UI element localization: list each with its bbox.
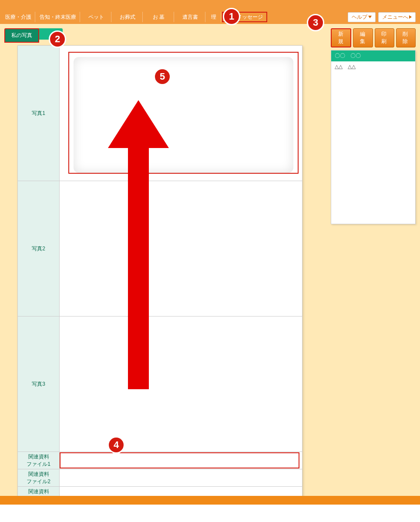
list-item-2[interactable]: △△ △△ [331, 61, 415, 72]
label-file2-a: 関連資料 [28, 471, 49, 478]
content-file2[interactable] [60, 469, 302, 486]
menu-to-label: メニューへ [382, 13, 408, 21]
form-panel: 写真1 写真2 写真3 関連資料 [17, 45, 302, 505]
main-menu-bar: 医療・介護 告知・終末医療 ペット お葬式 お 墓 遺言書 理 私のメッセージ … [0, 10, 420, 24]
delete-button[interactable]: 削除 [396, 28, 416, 47]
list-item-1[interactable]: 〇〇 〇〇 [331, 51, 415, 61]
menu-pet[interactable]: ペット [81, 12, 111, 22]
menu-medical[interactable]: 医療・介護 [2, 12, 35, 22]
menu-partial[interactable]: 理 [206, 12, 221, 22]
edit-button[interactable]: 編集 [353, 28, 373, 47]
row-file2: 関連資料 ファイル2 [18, 469, 302, 487]
content-file1[interactable] [60, 452, 302, 469]
row-photo1: 写真1 [18, 46, 302, 181]
content-area: 私の写真 写真1 写真2 写真3 [0, 24, 420, 505]
content-photo3[interactable] [60, 317, 302, 451]
label-file2-b: ファイル2 [27, 478, 50, 485]
subtab-second[interactable] [37, 28, 63, 40]
list-panel: 〇〇 〇〇 △△ △△ [331, 50, 416, 224]
row-file1: 関連資料 ファイル1 [18, 452, 302, 469]
action-buttons: 新規 編集 印刷 削除 [331, 28, 416, 47]
left-column: 私の写真 写真1 写真2 写真3 [4, 28, 325, 505]
menu-my-message[interactable]: 私のメッセージ [222, 12, 267, 22]
dropzone-highlight [68, 52, 299, 174]
new-button[interactable]: 新規 [331, 28, 351, 47]
subtab-my-photo[interactable]: 私の写真 [4, 28, 39, 43]
subtab-bar: 私の写真 [4, 28, 325, 43]
content-photo2[interactable] [60, 181, 302, 316]
label-photo2: 写真2 [18, 181, 60, 316]
help-button-label: ヘルプ [352, 13, 367, 21]
right-column: 新規 編集 印刷 削除 〇〇 〇〇 △△ △△ [331, 28, 416, 224]
label-file1-b: ファイル1 [27, 461, 50, 468]
bottom-orange-strip [0, 496, 420, 505]
label-file2: 関連資料 ファイル2 [18, 469, 60, 486]
print-button[interactable]: 印刷 [375, 28, 394, 47]
label-file3-a: 関連資料 [28, 488, 49, 495]
row-photo2: 写真2 [18, 181, 302, 317]
label-file1-a: 関連資料 [28, 453, 49, 461]
row-photo3: 写真3 [18, 317, 302, 452]
top-orange-bar [0, 0, 420, 10]
chevron-down-icon [368, 16, 372, 18]
menu-grave[interactable]: お 墓 [144, 12, 174, 22]
file-highlight [60, 452, 299, 468]
label-file1: 関連資料 ファイル1 [18, 452, 60, 469]
dropzone-inner [74, 57, 293, 173]
menu-notice[interactable]: 告知・終末医療 [36, 12, 80, 22]
menu-funeral[interactable]: お葬式 [112, 12, 143, 22]
content-photo1[interactable] [60, 46, 302, 181]
label-photo1: 写真1 [18, 46, 60, 181]
chevron-right-icon [409, 15, 412, 19]
help-button[interactable]: ヘルプ [348, 12, 376, 22]
menu-will[interactable]: 遺言書 [175, 12, 205, 22]
menu-to-button[interactable]: メニューへ [378, 12, 416, 22]
label-photo3: 写真3 [18, 317, 60, 451]
